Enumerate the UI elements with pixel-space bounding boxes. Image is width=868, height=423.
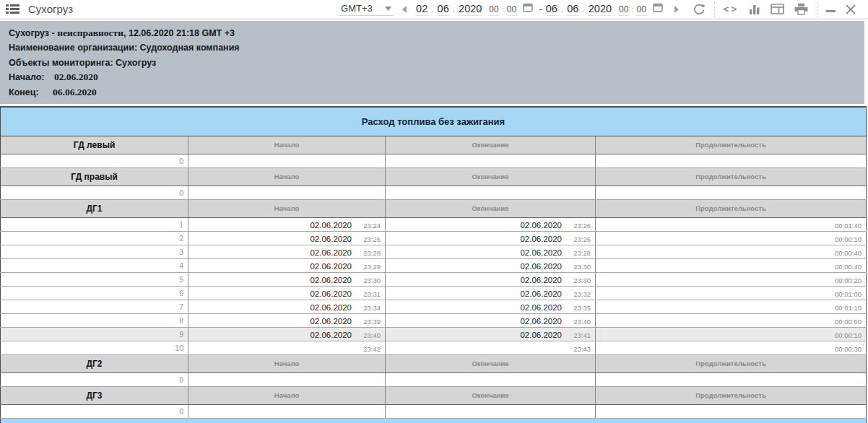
end-cell: 02.06.202023:30 — [386, 258, 596, 272]
table-row[interactable]: 1023:4223:4300:00:30 — [1, 341, 867, 354]
cell-time: 23:41 — [566, 331, 591, 339]
table-row[interactable]: 402.06.202023:2902.06.202023:3000:00:40 — [1, 258, 867, 272]
cell-time: 23:40 — [566, 318, 591, 326]
cell-time: 00:01:10 — [835, 304, 862, 312]
close-button[interactable] — [841, 4, 861, 14]
org-label: Наименование организации: — [9, 43, 137, 53]
toolbar-controls: GMT+3 02. 06. 2020 00: 00 - 06. 06 — [339, 2, 861, 17]
export-code-button[interactable]: <> — [719, 4, 744, 14]
report-info-panel: Сухогруз - неисправности, 12.06.2020 21:… — [0, 21, 864, 104]
group-name-cell: ДГ2 — [1, 354, 188, 372]
monitoring-objects-label: Объекты мониторинга: — [9, 58, 113, 68]
table-view-button[interactable] — [765, 4, 789, 14]
end-cell — [386, 154, 596, 167]
chart-view-button[interactable] — [744, 4, 765, 14]
date-from-day[interactable]: 02 — [415, 3, 428, 16]
monitoring-objects-value: Сухогруз — [116, 58, 156, 68]
table-row[interactable]: 502.06.202023:3002.06.202023:3000:00:20 — [1, 272, 867, 286]
start-cell: 02.06.202023:31 — [188, 286, 386, 300]
end-cell: 02.06.202023:32 — [386, 286, 596, 300]
refresh-icon — [693, 3, 706, 16]
timezone-value: GMT+3 — [341, 3, 373, 14]
end-cell: 23:43 — [386, 341, 596, 354]
end-cell: 02.06.202023:26 — [386, 231, 596, 245]
start-cell: 02.06.202023:39 — [188, 313, 386, 327]
cell-time: 23:35 — [566, 304, 591, 312]
row-number-cell: 10 — [1, 341, 188, 354]
start-cell: 02.06.202023:40 — [188, 327, 386, 341]
table-row[interactable]: 702.06.202023:3402.06.202023:3500:01:10 — [1, 300, 867, 313]
print-button[interactable] — [789, 3, 813, 15]
table-row[interactable]: 602.06.202023:3102.06.202023:3200:01:00 — [1, 286, 867, 300]
menu-button[interactable] — [6, 4, 19, 14]
column-header-cell: Окончание — [386, 386, 596, 404]
group-name-cell: ДГ1 — [1, 199, 188, 217]
report-table-body: Расход топлива без зажиганияГД левыйНача… — [1, 107, 867, 423]
cell-date: 02.06.2020 — [310, 303, 352, 312]
row-number-cell: 0 — [1, 372, 188, 386]
next-interval-button[interactable] — [670, 6, 683, 13]
time-to-minute[interactable]: 00 — [635, 4, 646, 16]
table-row[interactable]: 802.06.202023:3902.06.202023:4000:00:50 — [1, 313, 867, 327]
cell-date: 02.06.2020 — [310, 276, 352, 284]
cell-date: 02.06.2020 — [520, 276, 562, 284]
layout-window-icon — [771, 4, 784, 14]
table-row[interactable]: 102.06.202023:2402.06.202023:2600:01:40 — [1, 217, 867, 231]
date-to-year[interactable]: 2020 — [588, 3, 612, 16]
time-colon: : — [502, 5, 504, 14]
start-cell — [188, 404, 386, 418]
prev-interval-button[interactable] — [398, 6, 411, 13]
calendar-from-button[interactable] — [523, 2, 533, 12]
calendar-to-button[interactable] — [653, 2, 663, 12]
report-table: Расход топлива без зажиганияГД левыйНача… — [0, 106, 867, 423]
table-row[interactable]: 202.06.202023:2602.06.202023:2600:00:10 — [1, 231, 867, 245]
table-row[interactable]: 0 — [1, 154, 867, 167]
chevron-down-icon — [385, 6, 391, 11]
toolbar-separator — [817, 2, 817, 17]
row-number-cell: 7 — [1, 300, 188, 313]
table-row[interactable]: 302.06.202023:2802.06.202023:2800:00:40 — [1, 245, 867, 258]
start-cell — [188, 372, 386, 386]
table-row[interactable]: 0 — [1, 404, 867, 418]
column-header-cell: Окончание — [386, 167, 596, 186]
duration-cell: 00:00:40 — [596, 258, 867, 272]
refresh-button[interactable] — [687, 3, 711, 16]
timezone-select[interactable]: GMT+3 — [339, 2, 394, 16]
calendar-icon — [653, 2, 663, 12]
group-name-cell: ГД правый — [1, 167, 188, 186]
row-number-cell: 2 — [1, 231, 188, 245]
column-header-cell: Продолжительность — [596, 386, 867, 404]
date-to-day[interactable]: 06 — [545, 3, 558, 16]
date-from-year[interactable]: 2020 — [458, 3, 482, 16]
minimize-button[interactable] — [821, 10, 841, 17]
cell-time: 23:31 — [356, 290, 381, 298]
cell-date: 02.06.2020 — [520, 331, 562, 339]
time-from-hour[interactable]: 00 — [488, 4, 499, 16]
interval-begin-value: 02.06.2020 — [54, 71, 98, 82]
cell-time: 23:43 — [566, 345, 591, 353]
table-row[interactable]: 902.06.202023:4002.06.202023:4100:00:10 — [1, 327, 867, 341]
column-header-cell: Окончание — [386, 199, 596, 217]
table-row[interactable]: 0 — [1, 186, 867, 199]
printer-icon — [794, 3, 808, 15]
time-from-minute[interactable]: 00 — [506, 4, 517, 16]
column-header-cell: Окончание — [386, 136, 596, 154]
cell-time: 23:34 — [356, 304, 381, 312]
table-row[interactable]: 0 — [1, 372, 867, 386]
time-to-hour[interactable]: 00 — [618, 4, 629, 16]
duration-cell — [596, 186, 867, 199]
start-cell: 02.06.202023:29 — [188, 258, 386, 272]
cell-time: 23:30 — [566, 276, 591, 284]
end-cell — [386, 372, 596, 386]
date-from-month[interactable]: 06 — [437, 3, 450, 16]
column-header-cell: Окончание — [386, 354, 596, 372]
cell-time: 23:32 — [566, 290, 591, 298]
section-band-title: Движение без расхода — [1, 418, 867, 423]
duration-cell: 00:01:00 — [596, 286, 867, 300]
menu-icon — [6, 4, 19, 14]
cell-time: 23:42 — [356, 345, 381, 353]
date-to-group: 06. 06. 2020 00: 00 — [545, 2, 666, 16]
date-to-month[interactable]: 06 — [566, 3, 579, 16]
cell-time: 00:00:10 — [835, 331, 862, 339]
row-number-cell: 5 — [1, 272, 188, 286]
